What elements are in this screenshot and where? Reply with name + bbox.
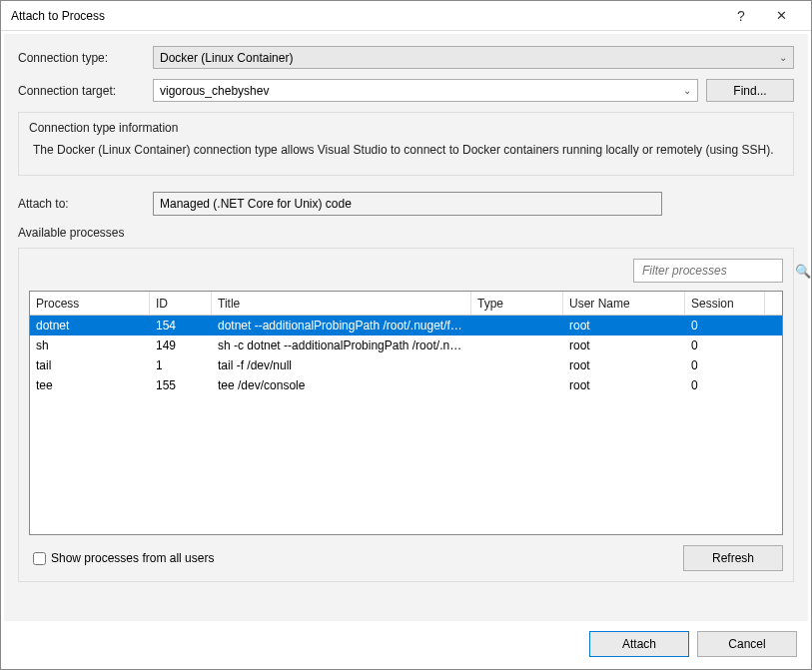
th-session[interactable]: Session	[685, 292, 765, 315]
title-bar: Attach to Process ? ✕	[1, 1, 811, 31]
th-id[interactable]: ID	[150, 292, 212, 315]
td-session: 0	[685, 319, 765, 333]
td-session: 0	[685, 358, 765, 372]
td-process: tail	[30, 358, 150, 372]
td-id: 155	[150, 378, 212, 392]
table-row[interactable]: dotnet154dotnet --additionalProbingPath …	[30, 316, 782, 335]
td-title: tail -f /dev/null	[212, 358, 471, 372]
td-id: 1	[150, 358, 212, 372]
td-user: root	[563, 358, 685, 372]
td-session: 0	[685, 378, 765, 392]
attach-to-value: Managed (.NET Core for Unix) code	[160, 197, 352, 211]
td-title: sh -c dotnet --additionalProbingPath /ro…	[212, 338, 471, 352]
chevron-down-icon: ⌄	[683, 85, 691, 96]
info-header: Connection type information	[29, 121, 783, 135]
filter-text-input[interactable]	[640, 263, 795, 279]
td-user: root	[563, 319, 685, 333]
table-row[interactable]: tail1tail -f /dev/nullroot0	[30, 355, 782, 375]
attach-button[interactable]: Attach	[589, 631, 689, 657]
close-icon[interactable]: ✕	[761, 8, 801, 23]
attach-to-row: Attach to: Managed (.NET Core for Unix) …	[18, 192, 794, 216]
connection-target-dropdown[interactable]: vigorous_chebyshev ⌄	[153, 79, 698, 102]
td-process: dotnet	[30, 319, 150, 333]
available-processes-label: Available processes	[18, 226, 794, 240]
dialog-title: Attach to Process	[11, 9, 721, 23]
filter-input[interactable]: 🔍 ▾	[633, 259, 783, 283]
processes-table: Process ID Title Type User Name Session …	[29, 291, 783, 535]
connection-type-dropdown[interactable]: Docker (Linux Container) ⌄	[153, 46, 794, 69]
refresh-button[interactable]: Refresh	[683, 545, 783, 571]
attach-to-label: Attach to:	[18, 197, 153, 211]
td-title: tee /dev/console	[212, 378, 471, 392]
td-title: dotnet --additionalProbingPath /root/.nu…	[212, 319, 471, 333]
connection-type-value: Docker (Linux Container)	[160, 51, 779, 65]
th-process[interactable]: Process	[30, 292, 150, 315]
th-user[interactable]: User Name	[563, 292, 685, 315]
td-process: sh	[30, 338, 150, 352]
table-row[interactable]: sh149sh -c dotnet --additionalProbingPat…	[30, 335, 782, 355]
search-icon[interactable]: 🔍	[795, 264, 811, 279]
find-button[interactable]: Find...	[706, 79, 794, 102]
table-body: dotnet154dotnet --additionalProbingPath …	[30, 316, 782, 395]
processes-bottom-row: Show processes from all users Refresh	[29, 545, 783, 571]
connection-type-info-group: Connection type information The Docker (…	[18, 112, 794, 176]
td-user: root	[563, 378, 685, 392]
connection-target-label: Connection target:	[18, 84, 153, 98]
footer-buttons: Attach Cancel	[589, 631, 797, 657]
info-text: The Docker (Linux Container) connection …	[29, 143, 783, 157]
filter-row: 🔍 ▾	[29, 259, 783, 283]
chevron-down-icon: ⌄	[779, 52, 787, 63]
show-all-users-checkbox[interactable]: Show processes from all users	[29, 549, 214, 568]
td-session: 0	[685, 338, 765, 352]
show-all-users-label: Show processes from all users	[51, 551, 214, 565]
dialog-content: Connection type: Docker (Linux Container…	[3, 33, 809, 622]
connection-type-label: Connection type:	[18, 51, 153, 65]
show-all-users-input[interactable]	[33, 552, 46, 565]
td-user: root	[563, 338, 685, 352]
td-process: tee	[30, 378, 150, 392]
table-row[interactable]: tee155tee /dev/consoleroot0	[30, 375, 782, 395]
help-icon[interactable]: ?	[721, 8, 761, 24]
td-id: 149	[150, 338, 212, 352]
table-header: Process ID Title Type User Name Session	[30, 292, 782, 316]
processes-group: 🔍 ▾ Process ID Title Type User Name Sess…	[18, 248, 794, 582]
th-type[interactable]: Type	[471, 292, 563, 315]
cancel-button[interactable]: Cancel	[697, 631, 797, 657]
connection-target-value: vigorous_chebyshev	[160, 84, 683, 98]
connection-type-row: Connection type: Docker (Linux Container…	[18, 46, 794, 69]
th-title[interactable]: Title	[212, 292, 471, 315]
attach-to-field[interactable]: Managed (.NET Core for Unix) code	[153, 192, 662, 216]
connection-target-row: Connection target: vigorous_chebyshev ⌄ …	[18, 79, 794, 102]
td-id: 154	[150, 319, 212, 333]
